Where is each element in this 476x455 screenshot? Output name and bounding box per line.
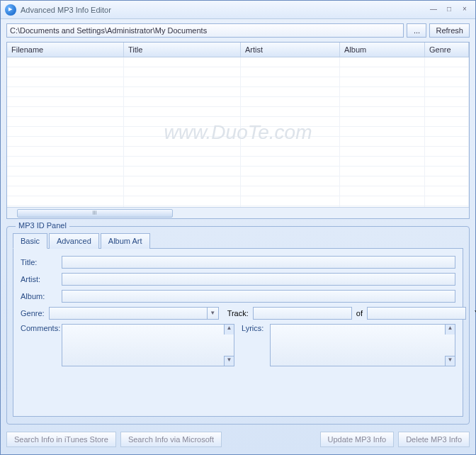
chevron-down-icon[interactable]: ▼ — [207, 308, 218, 319]
col-filename[interactable]: Filename — [7, 43, 124, 57]
comments-field[interactable]: ▲ ▼ — [62, 324, 234, 366]
search-itunes-button[interactable]: Search Info in iTunes Store — [6, 432, 116, 447]
table-header: Filename Title Artist Album Genre — [7, 43, 469, 57]
scroll-down-icon[interactable]: ▼ — [445, 356, 455, 366]
col-album[interactable]: Album — [340, 43, 425, 57]
app-icon — [5, 4, 16, 16]
tab-body: Title: Artist: Album: Genre: ▼ — [13, 249, 463, 417]
bottom-bar: Search Info in iTunes Store Search Info … — [6, 427, 470, 447]
id-panel: MP3 ID Panel Basic Advanced Album Art Ti… — [6, 226, 470, 425]
scrollbar-thumb[interactable] — [17, 209, 173, 218]
album-field[interactable] — [62, 290, 455, 303]
titlebar: Advanced MP3 Info Editor — □ × — [1, 1, 475, 19]
minimize-button[interactable]: — — [427, 4, 440, 16]
app-window: Advanced MP3 Info Editor — □ × ... Refre… — [0, 0, 476, 455]
col-artist[interactable]: Artist — [241, 43, 340, 57]
tab-basic[interactable]: Basic — [13, 233, 47, 249]
label-title: Title: — [21, 258, 57, 266]
tab-album-art[interactable]: Album Art — [101, 233, 150, 249]
track-total-field[interactable] — [367, 307, 466, 320]
col-title[interactable]: Title — [124, 43, 241, 57]
label-of: of — [356, 309, 363, 318]
browse-button[interactable]: ... — [407, 23, 426, 38]
search-microsoft-button[interactable]: Search Info via Microsoft — [120, 432, 222, 447]
update-button[interactable]: Update MP3 Info — [320, 432, 395, 447]
refresh-button[interactable]: Refresh — [429, 23, 470, 38]
label-comments: Comments: — [21, 324, 62, 409]
title-field[interactable] — [62, 256, 455, 269]
scroll-up-icon[interactable]: ▲ — [224, 325, 234, 335]
close-button[interactable]: × — [458, 4, 471, 16]
window-title: Advanced MP3 Info Editor — [21, 6, 424, 14]
label-track: Track: — [227, 309, 249, 318]
content-area: ... Refresh Filename Title Artist Album … — [1, 19, 475, 454]
delete-button[interactable]: Delete MP3 Info — [398, 432, 470, 447]
lyrics-field[interactable]: ▲ ▼ — [270, 324, 455, 366]
file-table: Filename Title Artist Album Genre www.Du… — [6, 42, 470, 219]
tabs: Basic Advanced Album Art — [13, 232, 463, 249]
path-input[interactable] — [6, 23, 404, 38]
label-lyrics: Lyrics: — [242, 324, 270, 409]
tab-advanced[interactable]: Advanced — [49, 233, 99, 249]
artist-field[interactable] — [62, 273, 455, 286]
label-artist: Artist: — [21, 275, 57, 283]
maximize-button[interactable]: □ — [443, 4, 455, 16]
track-field[interactable] — [253, 307, 352, 320]
table-body: www.DuoTe.com — [7, 57, 469, 207]
horizontal-scrollbar[interactable] — [7, 207, 469, 218]
genre-combo[interactable]: ▼ — [49, 307, 219, 320]
label-genre: Genre: — [21, 309, 45, 318]
path-row: ... Refresh — [6, 23, 470, 38]
panel-legend: MP3 ID Panel — [16, 221, 69, 230]
scroll-up-icon[interactable]: ▲ — [445, 325, 455, 335]
scroll-down-icon[interactable]: ▼ — [224, 356, 234, 366]
col-genre[interactable]: Genre — [425, 43, 469, 57]
label-album: Album: — [21, 292, 57, 300]
